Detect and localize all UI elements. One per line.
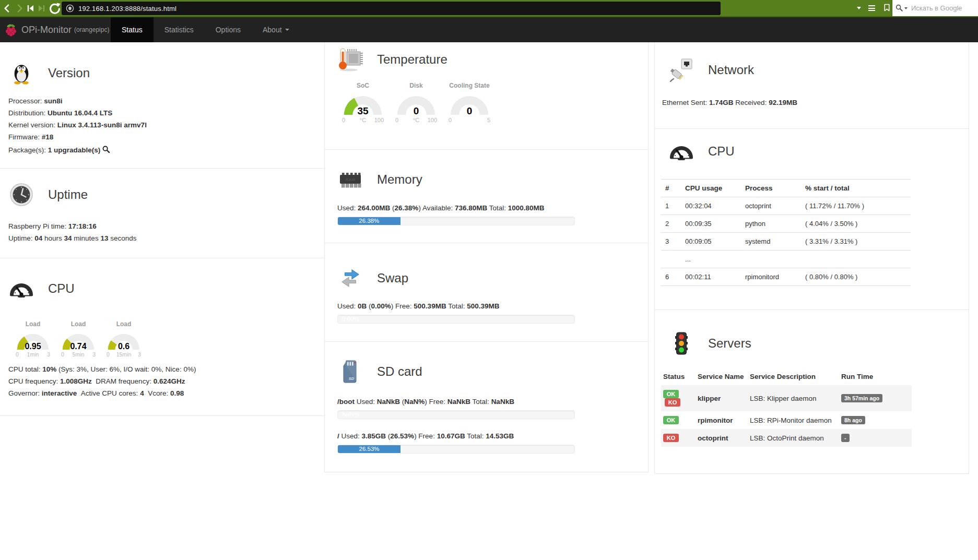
section-title: Temperature: [377, 52, 447, 67]
version-section: Version Processor: sun8i Distribution: U…: [0, 42, 324, 169]
uptime-duration: Uptime: 04 hours 34 minutes 13 seconds: [8, 235, 324, 242]
uptime-section: Uptime Raspberry Pi time: 17:18:16 Uptim…: [0, 169, 324, 258]
version-kernel: Kernel version: Linux 3.4.113-sun8i armv…: [8, 122, 324, 129]
table-header-row: # CPU usage Process % start / total: [661, 180, 911, 197]
section-title: SD card: [377, 364, 422, 379]
address-bar[interactable]: 192.168.1.203:8888/status.html: [62, 2, 721, 15]
search-input[interactable]: [911, 4, 969, 12]
site-badge-icon[interactable]: [66, 4, 74, 13]
cpu-section-left: CPU Load 0.95 01min3 Load 0.74 05min3 Lo…: [0, 258, 324, 416]
app-navbar: OPi-Monitor (orangepipc) Status Statisti…: [0, 17, 978, 42]
memory-usage-line: Used: 264.00MB (26.38%) Available: 736.8…: [337, 205, 648, 212]
bookmark-icon[interactable]: [882, 3, 891, 14]
swap-progress-bar: 0.00%: [337, 315, 575, 324]
swap-usage-line: Used: 0B (0.00%) Free: 500.39MB Total: 5…: [337, 303, 648, 310]
cooling-state-gauge: Cooling State 0 05: [447, 82, 492, 123]
section-title: CPU: [48, 281, 75, 296]
table-row: 100:32:04octoprint( 11.72% / 11.70% ): [661, 197, 911, 215]
section-title: Swap: [377, 271, 408, 285]
servers-section: Servers Status Service Name Service Desc…: [655, 310, 969, 474]
svg-text:SD: SD: [349, 376, 355, 381]
svg-text:RAM: RAM: [346, 177, 356, 182]
temperature-gauges: SoC 35 0°C100 Disk 0 0°C100 Cooling Stat…: [340, 82, 648, 123]
load-gauges: Load 0.95 01min3 Load 0.74 05min3 Load 0…: [14, 320, 324, 358]
right-column: Network Ethernet Sent: 1.74GB Received: …: [654, 42, 969, 474]
section-title: Version: [48, 66, 90, 80]
swap-section: Swap Used: 0B (0.00%) Free: 500.39MB Tot…: [325, 243, 648, 342]
section-title: Memory: [377, 172, 422, 187]
table-row: ...: [661, 251, 911, 268]
load-gauge-5min: Load 0.74 05min3: [60, 320, 97, 358]
tab-options[interactable]: Options: [205, 17, 252, 42]
brand-hostname: (orangepipc): [74, 26, 109, 33]
version-firmware: Firmware: #18: [8, 134, 324, 141]
url-text[interactable]: 192.168.1.203:8888/status.html: [78, 5, 176, 13]
ram-chip-icon: RAM: [337, 168, 363, 192]
table-row: OKKO klipper LSB: Klipper daemon 3h 57mi…: [661, 385, 912, 411]
tab-about[interactable]: About: [252, 17, 300, 42]
raspberry-icon: [5, 23, 17, 37]
search-engine-caret-icon[interactable]: [904, 7, 908, 9]
ethernet-icon: [668, 58, 694, 82]
table-row: KO octoprint LSB: OctoPrint daemon -: [661, 429, 912, 447]
status-badge: OK: [663, 416, 679, 424]
section-title: Servers: [708, 336, 751, 351]
table-row: 200:09:35python( 4.04% / 3.50% ): [661, 215, 911, 233]
col-cpu-usage: CPU usage: [681, 180, 741, 197]
cpu-total-line: CPU total: 10% (Sys: 3%, User: 6%, I/O w…: [8, 366, 324, 373]
table-row: OK rpimonitor LSB: RPi-Monitor daemon 8h…: [661, 411, 912, 429]
sdcard-root-line: / Used: 3.85GB (26.53%) Free: 10.67GB To…: [337, 433, 648, 440]
load-gauge-15min: Load 0.6 015min3: [105, 320, 143, 358]
network-section: Network Ethernet Sent: 1.74GB Received: …: [655, 42, 969, 129]
servers-table: Status Service Name Service Description …: [661, 368, 912, 447]
runtime-badge: 3h 57min ago: [841, 394, 882, 402]
col-service-name: Service Name: [696, 368, 748, 385]
chevron-down-icon: [285, 29, 289, 31]
col-status: Status: [661, 368, 696, 385]
version-processor: Processor: sun8i: [8, 98, 324, 105]
tab-status[interactable]: Status: [111, 17, 154, 42]
table-row: 300:09:05systemd( 3.31% / 3.31% ): [661, 233, 911, 251]
brand[interactable]: OPi-Monitor (orangepipc): [0, 17, 111, 42]
disk-temp-gauge: Disk 0 0°C100: [394, 82, 439, 123]
traffic-light-icon: [668, 331, 694, 355]
swap-arrows-icon: [337, 266, 363, 290]
toolbar-dropdown-icon[interactable]: [857, 7, 861, 9]
status-badge: KO: [665, 398, 680, 407]
sd-card-icon: SD: [337, 360, 363, 384]
back-icon[interactable]: [2, 2, 13, 15]
sdcard-boot-progress-bar: NaN%: [337, 410, 575, 419]
table-header-row: Status Service Name Service Description …: [661, 368, 912, 385]
runtime-badge: 8h ago: [841, 416, 865, 424]
temperature-section: Temperature SoC 35 0°C100 Disk 0 0°C100 …: [325, 42, 648, 150]
sdcard-boot-line: /boot Used: NaNkB (NaN%) Free: NaNkB Tot…: [337, 398, 648, 406]
version-distribution: Distribution: Ubuntu 16.04.4 LTS: [8, 110, 324, 117]
menu-icon[interactable]: [868, 4, 875, 13]
section-title: Network: [708, 63, 754, 77]
brand-title[interactable]: OPi-Monitor: [21, 25, 72, 35]
fast-forward-icon[interactable]: [37, 2, 47, 15]
status-badge: KO: [663, 434, 679, 442]
forward-icon[interactable]: [14, 2, 24, 15]
version-packages: Package(s): 1 upgradable(s): [8, 146, 324, 154]
table-row: 600:02:11rpimonitord( 0.80% / 0.80% ): [661, 268, 911, 286]
browser-toolbar: 192.168.1.203:8888/status.html: [0, 0, 978, 17]
rewind-icon[interactable]: [25, 2, 36, 15]
search-icon[interactable]: [895, 4, 903, 12]
section-title: CPU: [708, 144, 735, 159]
cpu-frequency-line: CPU frequency: 1.008GHz DRAM frequency: …: [8, 378, 324, 385]
memory-section: RAM Memory Used: 264.00MB (26.38%) Avail…: [325, 150, 648, 243]
cpu-governor-line: Governor: interactive Active CPU cores: …: [8, 390, 324, 397]
col-process: Process: [741, 180, 801, 197]
col-pct: % start / total: [801, 180, 911, 197]
search-box[interactable]: [892, 0, 978, 16]
thermometer-icon: [337, 47, 363, 72]
package-search-icon[interactable]: [102, 146, 110, 153]
middle-column: Temperature SoC 35 0°C100 Disk 0 0°C100 …: [324, 42, 649, 472]
memory-progress-bar: 26.38%: [337, 217, 575, 225]
sdcard-section: SD SD card /boot Used: NaNkB (NaN%) Free…: [325, 342, 648, 472]
tab-statistics[interactable]: Statistics: [154, 17, 205, 42]
load-gauge-1min: Load 0.95 01min3: [14, 320, 52, 358]
status-badge: OK: [663, 390, 679, 398]
reload-icon[interactable]: [48, 2, 62, 15]
